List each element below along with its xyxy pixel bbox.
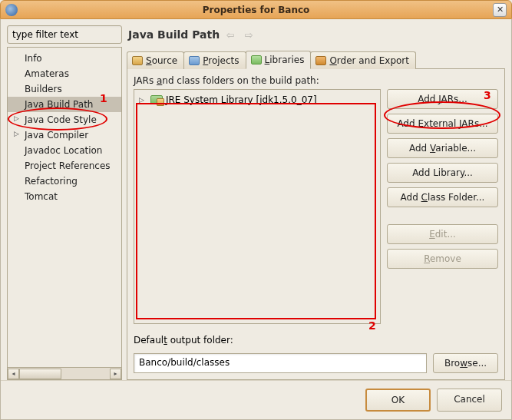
tree-item-java-build-path[interactable]: Java Build Path [8,97,121,112]
tree-item-java-code-style[interactable]: Java Code Style [8,112,121,127]
tab-order[interactable]: Order and Export [310,51,416,69]
remove-button: Remove [387,249,498,269]
category-tree[interactable]: InfoAmaterasBuildersJava Build PathJava … [7,47,122,368]
cancel-button[interactable]: Cancel [437,389,502,412]
source-icon [132,56,143,65]
list-item[interactable]: JRE System Library [jdk1.5.0_07] [137,93,377,107]
tree-item-amateras[interactable]: Amateras [8,66,121,81]
tree-item-tomcat[interactable]: Tomcat [8,189,121,204]
output-folder-input[interactable]: Banco/build/classes [134,353,427,373]
scroll-left-icon[interactable]: ◂ [8,369,19,379]
jars-label: JARs and class folders on the build path… [134,75,498,86]
add-class-folder-button[interactable]: Add Class Folder... [387,187,498,207]
output-folder-label: Default output folder: [134,335,498,346]
tree-item-refactoring[interactable]: Refactoring [8,174,121,189]
forward-icon[interactable]: ⇨ [241,28,256,41]
ok-button[interactable]: OK [365,389,431,412]
projects-icon [189,56,200,65]
tree-item-java-compiler[interactable]: Java Compiler [8,127,121,143]
back-icon[interactable]: ⇦ [223,28,238,41]
main-panel: Java Build Path ⇦ ⇨ Source Projects Libr… [127,25,505,380]
tree-item-builders[interactable]: Builders [8,81,121,97]
tab-content: JARs and class folders on the build path… [127,69,505,380]
horizontal-scrollbar[interactable]: ◂ ▸ [7,368,122,380]
jars-list[interactable]: JRE System Library [jdk1.5.0_07] [134,89,381,324]
page-title: Java Build Path [128,28,220,41]
tab-libraries[interactable]: Libraries [246,51,312,69]
order-icon [315,56,326,65]
tree-item-javadoc-location[interactable]: Javadoc Location [8,143,121,158]
add-library-button[interactable]: Add Library... [387,163,498,183]
filter-input[interactable]: type filter text [7,25,122,44]
tree-item-info[interactable]: Info [8,51,121,66]
tab-bar: Source Projects Libraries Order and Expo… [127,50,505,69]
dialog-footer: OK Cancel [1,380,511,419]
scroll-thumb[interactable] [19,369,61,379]
add-variable-button[interactable]: Add Variable... [387,138,498,158]
tree-item-project-references[interactable]: Project References [8,158,121,174]
window-title: Properties for Banco [1,5,511,15]
tab-source[interactable]: Source [127,51,184,69]
browse-button[interactable]: Browse... [433,353,498,373]
add-external-jars-button[interactable]: Add External JARs... [387,114,498,134]
library-icon [150,95,163,104]
edit-button: Edit... [387,224,498,244]
list-item-label: JRE System Library [jdk1.5.0_07] [166,94,317,105]
add-jars-button[interactable]: Add JARs... [387,89,498,109]
titlebar: Properties for Banco ✕ [0,0,512,19]
sidebar: type filter text InfoAmaterasBuildersJav… [7,25,122,380]
scroll-right-icon[interactable]: ▸ [110,369,121,379]
tab-projects[interactable]: Projects [183,51,246,69]
libraries-icon [251,55,262,64]
